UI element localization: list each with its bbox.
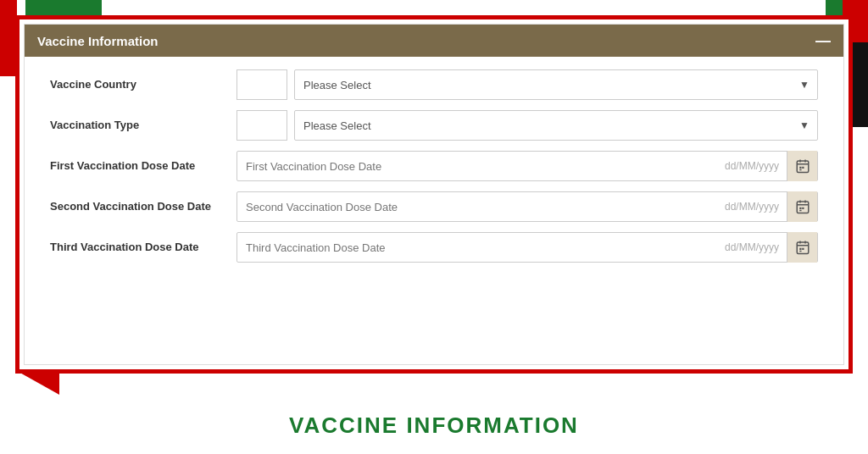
- outer-container: Vaccine Information — Vaccine Country Pl…: [15, 15, 853, 374]
- second-dose-row: Second Vaccination Dose Date dd/MM/yyyy: [50, 191, 818, 222]
- third-dose-control: dd/MM/yyyy: [236, 232, 818, 263]
- vaccination-type-control: Please Select ▼: [236, 110, 818, 141]
- vaccination-type-select-wrapper: Please Select ▼: [294, 110, 818, 141]
- page-footer-title: VACCINE INFORMATION: [0, 412, 868, 439]
- third-dose-label: Third Vaccination Dose Date: [50, 240, 236, 255]
- decorative-black-right: [853, 42, 868, 127]
- second-dose-control: dd/MM/yyyy: [236, 191, 818, 222]
- first-dose-label: First Vaccination Dose Date: [50, 158, 236, 174]
- svg-rect-12: [802, 208, 804, 209]
- form-card: Vaccine Information — Vaccine Country Pl…: [24, 24, 844, 365]
- svg-rect-6: [799, 169, 801, 171]
- vaccination-type-row: Vaccination Type Please Select ▼: [50, 110, 818, 141]
- vaccination-type-select[interactable]: Please Select: [294, 110, 818, 141]
- vaccine-country-select[interactable]: Please Select: [294, 69, 818, 100]
- minimize-button[interactable]: —: [815, 33, 831, 48]
- svg-rect-5: [802, 167, 804, 169]
- third-dose-calendar-icon[interactable]: [787, 232, 817, 263]
- second-dose-calendar-icon[interactable]: [787, 191, 817, 222]
- first-dose-control: dd/MM/yyyy: [236, 151, 818, 181]
- svg-rect-4: [799, 167, 801, 169]
- svg-rect-11: [799, 208, 801, 209]
- vaccine-country-row: Vaccine Country Please Select ▼: [50, 69, 818, 100]
- decorative-red-left: [0, 0, 17, 76]
- vaccine-country-select-wrapper: Please Select ▼: [294, 69, 818, 100]
- vaccination-type-color-box: [236, 110, 287, 141]
- first-dose-calendar-icon[interactable]: [787, 151, 817, 181]
- first-dose-row: First Vaccination Dose Date dd/MM/yyyy: [50, 151, 818, 181]
- vaccine-country-label: Vaccine Country: [50, 77, 236, 92]
- svg-rect-13: [799, 210, 801, 212]
- vaccine-country-color-box: [236, 69, 287, 100]
- third-dose-input[interactable]: [237, 233, 787, 262]
- second-dose-label: Second Vaccination Dose Date: [50, 199, 236, 214]
- third-dose-input-wrap: dd/MM/yyyy: [236, 232, 818, 263]
- second-dose-input-wrap: dd/MM/yyyy: [236, 191, 818, 222]
- third-dose-row: Third Vaccination Dose Date dd/MM/yyyy: [50, 232, 818, 263]
- form-body: Vaccine Country Please Select ▼ Vaccinat…: [25, 57, 843, 285]
- svg-rect-20: [799, 251, 801, 252]
- vaccine-country-control: Please Select ▼: [236, 69, 818, 100]
- svg-rect-19: [802, 248, 804, 250]
- decorative-green-bar: [25, 0, 102, 15]
- card-header: Vaccine Information —: [25, 25, 843, 57]
- first-dose-input[interactable]: [237, 152, 787, 180]
- svg-rect-18: [799, 248, 801, 250]
- card-title: Vaccine Information: [37, 34, 159, 48]
- vaccination-type-label: Vaccination Type: [50, 118, 236, 133]
- first-dose-input-wrap: dd/MM/yyyy: [236, 151, 818, 181]
- second-dose-input[interactable]: [237, 192, 787, 221]
